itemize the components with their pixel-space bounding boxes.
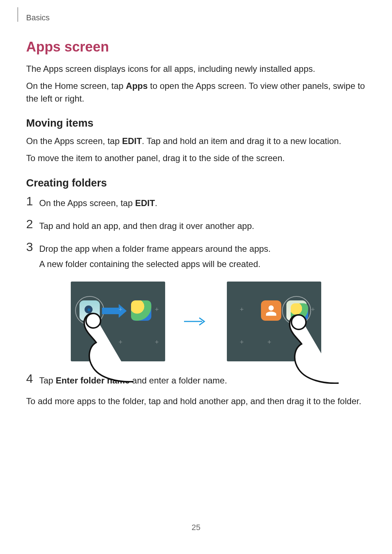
- step-number: 3: [26, 241, 39, 253]
- step-number: 2: [26, 218, 39, 230]
- text: On the Home screen, tap: [26, 81, 126, 91]
- gallery-icon: [291, 303, 308, 321]
- section-label: Basics: [26, 13, 50, 22]
- step-4: 4 Tap Enter folder name and enter a fold…: [26, 372, 366, 387]
- step-body: Drop the app when a folder frame appears…: [39, 241, 271, 274]
- empty-slot: +: [154, 307, 159, 312]
- intro-paragraph-2: On the Home screen, tap Apps to open the…: [26, 80, 366, 105]
- text: Drop the app when a folder frame appears…: [39, 243, 271, 255]
- step-number: 1: [26, 195, 39, 207]
- creating-folders-heading: Creating folders: [26, 177, 366, 189]
- text: and enter a folder name.: [130, 376, 227, 385]
- empty-slot: +: [267, 340, 272, 345]
- closing-paragraph: To add more apps to the folder, tap and …: [26, 395, 366, 408]
- screen-panel-before: + + + +: [71, 282, 165, 361]
- empty-slot: +: [239, 340, 244, 345]
- empty-slot: +: [154, 340, 159, 345]
- screen-panel-after: + + + +: [227, 282, 321, 361]
- enter-folder-name-bold: Enter folder name: [56, 376, 130, 385]
- text: A new folder containing the selected app…: [39, 258, 271, 271]
- empty-slot: +: [118, 307, 123, 312]
- edit-bold: EDIT: [135, 198, 155, 208]
- text: On the Apps screen, tap: [39, 198, 135, 208]
- apps-bold: Apps: [126, 81, 148, 91]
- empty-slot: +: [118, 340, 123, 345]
- moving-paragraph-1: On the Apps screen, tap EDIT. Tap and ho…: [26, 135, 366, 148]
- moving-items-heading: Moving items: [26, 117, 366, 129]
- empty-slot: +: [239, 307, 244, 312]
- page-title: Apps screen: [26, 39, 366, 55]
- step-1: 1 On the Apps screen, tap EDIT.: [26, 195, 366, 210]
- edit-bold: EDIT: [122, 136, 142, 146]
- text: Tap: [39, 376, 56, 385]
- step-number: 4: [26, 372, 39, 385]
- page-content: Apps screen The Apps screen displays ico…: [26, 39, 366, 412]
- gallery-icon: [131, 300, 151, 321]
- moving-paragraph-2: To move the item to another panel, drag …: [26, 152, 366, 165]
- contacts-icon: [261, 300, 281, 321]
- camera-icon: [79, 300, 100, 321]
- text: . Tap and hold an item and drag it to a …: [142, 136, 341, 146]
- illustration: + + + + + + +: [26, 282, 366, 361]
- transition-arrow-icon: [183, 317, 209, 326]
- step-3: 3 Drop the app when a folder frame appea…: [26, 241, 366, 274]
- step-body: Tap Enter folder name and enter a folder…: [39, 372, 227, 387]
- step-2: 2 Tap and hold an app, and then drag it …: [26, 218, 366, 233]
- empty-slot: +: [310, 307, 315, 312]
- step-body: On the Apps screen, tap EDIT.: [39, 195, 158, 210]
- step-body: Tap and hold an app, and then drag it ov…: [39, 218, 254, 233]
- text: .: [155, 198, 158, 208]
- header-divider: [17, 7, 18, 22]
- intro-paragraph-1: The Apps screen displays icons for all a…: [26, 63, 366, 75]
- page-number: 25: [0, 523, 392, 532]
- text: On the Apps screen, tap: [26, 136, 122, 146]
